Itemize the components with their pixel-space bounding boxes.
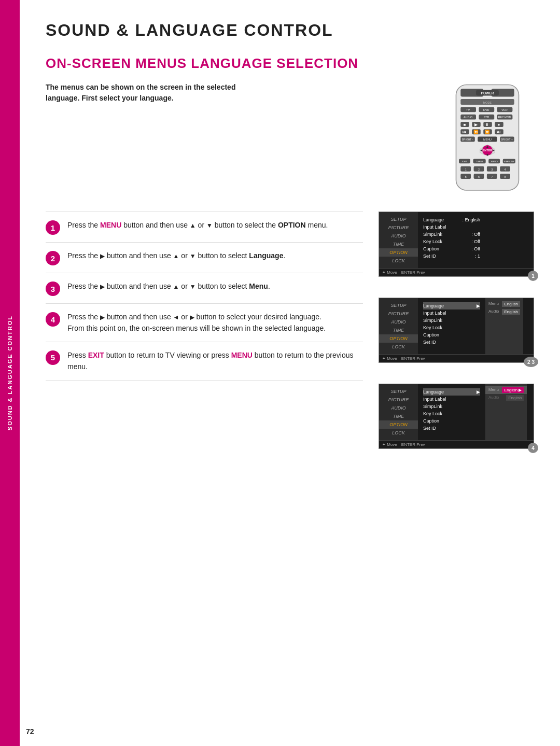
row-simplink-3: SimpLink xyxy=(423,403,480,410)
screen-badge-4: 4 xyxy=(528,443,538,453)
step-text-3: Press the ▶ button and then use ▲ or ▼ b… xyxy=(67,280,270,292)
menu-sidebar-1: SETUP PICTURE AUDIO TIME OPTION LOCK xyxy=(379,212,418,268)
step-number-4: 4 xyxy=(46,312,60,327)
sub-label-audio-3: Audio xyxy=(488,395,499,401)
label-inputlabel-2: Input Label xyxy=(423,311,459,316)
value-simplink: : Off xyxy=(471,232,480,237)
svg-text:7: 7 xyxy=(491,175,493,178)
value-language-3: ▶ xyxy=(477,389,480,395)
svg-text:⏩: ⏩ xyxy=(485,129,490,134)
svg-text:6: 6 xyxy=(478,175,480,178)
step-text-5: Press EXIT button to return to TV viewin… xyxy=(67,349,363,373)
bottom-move-3: ✦ Move xyxy=(382,442,397,447)
svg-text:TV: TV xyxy=(466,108,470,111)
screen-wrapper-1: SETUP PICTURE AUDIO TIME OPTION LOCK Lan… xyxy=(379,212,534,277)
bottom-move-1: ✦ Move xyxy=(382,270,397,275)
menu-item-lock-3: LOCK xyxy=(379,429,418,437)
step-5: 5 Press EXIT button to return to TV view… xyxy=(46,342,363,381)
row-language: Language : English xyxy=(423,216,480,223)
row-simplink: SimpLink : Off xyxy=(423,231,480,238)
menu-item-option: OPTION xyxy=(379,248,418,257)
value-keylock: : Off xyxy=(471,239,480,244)
step-3: 3 Press the ▶ button and then use ▲ or ▼… xyxy=(46,273,363,304)
svg-text:⏭: ⏭ xyxy=(497,130,501,134)
row-setid-3: Set ID xyxy=(423,425,480,432)
label-keylock: Key Lock xyxy=(423,239,459,244)
svg-text:MENU: MENU xyxy=(483,138,492,141)
row-inputlabel-2: Input Label xyxy=(423,309,480,317)
svg-text:5: 5 xyxy=(465,175,467,178)
menu-item-time-2: TIME xyxy=(379,326,418,334)
sub-label-menu-3: Menu xyxy=(488,387,499,393)
screen-badge-23: 2 3 xyxy=(524,357,538,367)
svg-text:3: 3 xyxy=(491,168,493,171)
svg-text:POWER: POWER xyxy=(481,91,494,95)
submenu-2: Menu English Audio English xyxy=(485,298,523,354)
svg-text:STB: STB xyxy=(483,116,489,119)
row-setid: Set ID : 1 xyxy=(423,252,480,260)
label-simplink-3: SimpLink xyxy=(423,404,459,409)
svg-text:DVD: DVD xyxy=(483,108,489,111)
step-4: 4 Press the ▶ button and then use ◄ or ▶… xyxy=(46,304,363,342)
sidebar-label: SOUND & LANGUAGE CONTROL xyxy=(7,315,13,430)
steps-area: 1 Press the MENU button and then use ▲ o… xyxy=(46,212,534,459)
row-keylock-3: Key Lock xyxy=(423,410,480,417)
svg-text:►: ► xyxy=(492,148,496,152)
menu-item-option-3: OPTION xyxy=(379,420,418,429)
bottom-prev-1: ENTER Prev xyxy=(401,270,425,275)
menu-item-setup: SETUP xyxy=(379,215,418,223)
menu-content-3: Language ▶ Input Label SimpLink Key Lock xyxy=(418,384,485,440)
row-caption: Caption : Off xyxy=(423,245,480,252)
sub-value-menu: English xyxy=(502,301,520,307)
svg-text:●: ● xyxy=(498,122,500,127)
menu-item-picture: PICTURE xyxy=(379,223,418,232)
svg-text:ENTER: ENTER xyxy=(483,149,493,152)
screens-right: SETUP PICTURE AUDIO TIME OPTION LOCK Lan… xyxy=(379,212,534,459)
menu-item-time-3: TIME xyxy=(379,412,418,420)
label-keylock-3: Key Lock xyxy=(423,411,459,416)
step-number-2: 2 xyxy=(46,251,60,265)
screen-wrapper-3: SETUP PICTURE AUDIO TIME OPTION LOCK Lan… xyxy=(379,384,534,449)
label-language: Language xyxy=(423,217,459,222)
menu-item-setup-3: SETUP xyxy=(379,387,418,396)
svg-text:RATIO: RATIO xyxy=(491,160,498,163)
step-1: 1 Press the MENU button and then use ▲ o… xyxy=(46,212,363,243)
menu-item-lock-2: LOCK xyxy=(379,343,418,351)
svg-text:SIMPLINK: SIMPLINK xyxy=(504,160,515,163)
sub-label-menu: Menu xyxy=(488,301,499,307)
sub-value-menu-3: English ▶ xyxy=(502,387,524,393)
menu-item-picture-3: PICTURE xyxy=(379,396,418,404)
svg-text:TIMER: TIMER xyxy=(476,160,483,163)
value-caption: : Off xyxy=(471,246,480,251)
menu-item-lock: LOCK xyxy=(379,257,418,265)
label-setid-3: Set ID xyxy=(423,426,459,431)
bottom-move-2: ✦ Move xyxy=(382,356,397,361)
step-2: 2 Press the ▶ button and then use ▲ or ▼… xyxy=(46,243,363,273)
svg-text:4: 4 xyxy=(505,168,506,171)
top-area: The menus can be shown on the screen in … xyxy=(46,82,534,196)
bottom-bar-3: ✦ Move ENTER Prev xyxy=(379,440,534,448)
svg-text:⏮: ⏮ xyxy=(463,130,467,134)
svg-text:◄: ◄ xyxy=(480,148,483,152)
step-text-4: Press the ▶ button and then use ◄ or ▶ b… xyxy=(67,311,326,334)
screen-mockup-3: SETUP PICTURE AUDIO TIME OPTION LOCK Lan… xyxy=(379,384,534,449)
submenu-item-menu: Menu English xyxy=(485,300,523,308)
sidebar: SOUND & LANGUAGE CONTROL xyxy=(0,0,20,746)
label-simplink: SimpLink xyxy=(423,232,459,237)
row-caption-3: Caption xyxy=(423,417,480,425)
label-setid-2: Set ID xyxy=(423,340,459,345)
menu-item-audio-3: AUDIO xyxy=(379,404,418,412)
screen-mockup-2: SETUP PICTURE AUDIO TIME OPTION LOCK Lan… xyxy=(379,298,534,363)
row-simplink-2: SimpLink xyxy=(423,317,480,324)
remote-control-image: POWER MODE TV DVD VCR AUDIO STB REC/VOD xyxy=(441,82,534,196)
label-language-3: Language xyxy=(423,389,459,395)
label-caption-3: Caption xyxy=(423,418,459,424)
step-text-1: Press the MENU button and then use ▲ or … xyxy=(67,219,328,231)
row-inputlabel: Input Label xyxy=(423,223,480,231)
description: The menus can be shown on the screen in … xyxy=(46,82,263,104)
menu-sidebar-2: SETUP PICTURE AUDIO TIME OPTION LOCK xyxy=(379,298,418,354)
screen-badge-1: 1 xyxy=(528,271,538,281)
value-language-2: ▶ xyxy=(477,303,480,308)
svg-text:BRIGHT +: BRIGHT + xyxy=(501,138,513,141)
svg-text:AUDIO: AUDIO xyxy=(464,116,473,119)
